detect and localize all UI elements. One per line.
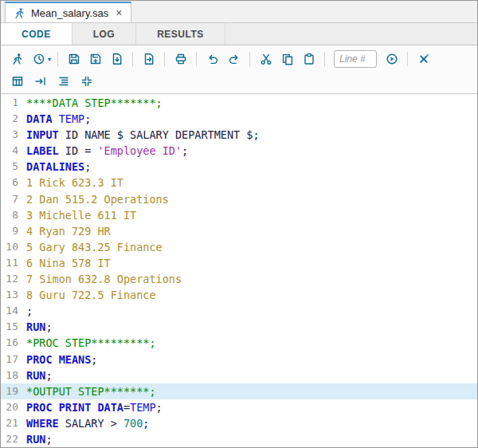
code-text: 6 Nina 578 IT xyxy=(22,255,111,271)
code-line[interactable]: 21WHERE SALARY > 700; xyxy=(1,415,477,431)
code-line[interactable]: 105 Gary 843.25 Finance xyxy=(1,239,477,255)
code-text: RUN; xyxy=(22,431,53,447)
code-line[interactable]: 3INPUT ID NAME $ SALARY DEPARTMENT $; xyxy=(1,127,477,143)
code-line[interactable]: 1****DATA STEP*******; xyxy=(1,95,477,111)
line-number: 13 xyxy=(1,287,22,303)
cut-icon[interactable] xyxy=(256,49,276,69)
tab-log[interactable]: LOG xyxy=(72,23,137,45)
code-line[interactable]: 15RUN; xyxy=(1,319,477,335)
line-number: 5 xyxy=(1,159,22,175)
line-number: 2 xyxy=(1,111,22,127)
export-icon[interactable] xyxy=(139,49,159,69)
line-number: 16 xyxy=(1,335,22,351)
code-line[interactable]: 116 Nina 578 IT xyxy=(1,255,477,271)
code-text: PROC PRINT DATA=TEMP; xyxy=(22,399,163,415)
run-icon[interactable] xyxy=(7,49,27,69)
code-text: RUN; xyxy=(22,367,53,383)
toolbar-separator xyxy=(324,52,325,66)
redo-icon[interactable] xyxy=(224,49,244,69)
document-tab-title: Mean_salary.sas xyxy=(31,7,108,19)
line-number: 17 xyxy=(1,352,22,367)
code-line[interactable]: 4LABEL ID = 'Employee ID'; xyxy=(1,143,477,159)
tab-code[interactable]: CODE xyxy=(1,23,72,45)
line-number: 9 xyxy=(1,223,22,239)
code-line[interactable]: 72 Dan 515.2 Operations xyxy=(1,191,477,207)
line-number: 12 xyxy=(1,271,22,287)
code-line[interactable]: 138 Guru 722.5 Finance xyxy=(1,287,477,303)
document-tab-bar: Mean_salary.sas × xyxy=(1,1,477,23)
line-number: 6 xyxy=(1,175,22,191)
code-text: 1 Rick 623.3 IT xyxy=(22,175,123,191)
line-number: 18 xyxy=(1,367,22,383)
caret-down-icon[interactable]: ▾ xyxy=(48,56,51,63)
toolbar-separator xyxy=(249,52,250,66)
code-line[interactable]: 94 Ryan 729 HR xyxy=(1,223,477,239)
line-number: 10 xyxy=(1,239,22,255)
code-line[interactable]: 17PROC MEANS; xyxy=(1,352,477,367)
code-text: 3 Michelle 611 IT xyxy=(22,207,136,223)
code-text: 4 Ryan 729 HR xyxy=(22,223,111,239)
close-icon[interactable]: × xyxy=(116,7,122,18)
code-text: RUN; xyxy=(22,319,53,335)
sas-editor-window: Mean_salary.sas × CODE LOG RESULTS ▾ 1**… xyxy=(0,0,478,448)
code-line[interactable]: 19*OUTPUT STEP*******; xyxy=(1,383,477,399)
code-text: ****DATA STEP*******; xyxy=(22,95,163,111)
code-line[interactable]: 5DATALINES; xyxy=(1,159,477,175)
print-icon[interactable] xyxy=(170,49,190,69)
document-tab[interactable]: Mean_salary.sas × xyxy=(5,2,131,22)
indent-icon[interactable] xyxy=(30,72,50,91)
code-text: LABEL ID = 'Employee ID'; xyxy=(22,143,188,159)
toolbar-separator xyxy=(407,52,408,66)
format-code-icon[interactable] xyxy=(53,72,73,91)
line-number: 21 xyxy=(1,415,22,431)
clear-code-icon[interactable] xyxy=(413,49,433,69)
code-text: 8 Guru 722.5 Finance xyxy=(22,287,156,303)
paste-icon[interactable] xyxy=(299,49,319,69)
code-line[interactable]: 18RUN; xyxy=(1,367,477,383)
toolbar-separator xyxy=(57,52,58,66)
line-number: 20 xyxy=(1,399,22,415)
code-line[interactable]: 14; xyxy=(1,303,477,319)
code-text: 2 Dan 515.2 Operations xyxy=(22,191,169,207)
collapse-icon[interactable] xyxy=(76,72,96,91)
editor-toolbar: ▾ xyxy=(1,45,477,94)
code-line[interactable]: 20PROC PRINT DATA=TEMP; xyxy=(1,399,477,415)
save-as-icon[interactable] xyxy=(85,49,105,69)
code-text: *PROC STEP*********; xyxy=(22,335,156,351)
line-number: 15 xyxy=(1,319,22,335)
code-editor[interactable]: 1****DATA STEP*******;2DATA TEMP;3INPUT … xyxy=(1,94,477,447)
table-columns-icon[interactable] xyxy=(7,72,27,91)
code-line[interactable]: 16*PROC STEP*********; xyxy=(1,335,477,351)
go-icon[interactable] xyxy=(382,49,402,69)
history-icon[interactable] xyxy=(29,49,49,69)
code-text: *OUTPUT STEP*******; xyxy=(22,383,156,399)
toolbar-separator xyxy=(164,52,165,66)
toolbar-separator xyxy=(132,52,133,66)
line-number: 1 xyxy=(1,95,22,111)
line-number: 3 xyxy=(1,127,22,143)
tab-results[interactable]: RESULTS xyxy=(136,23,225,45)
code-text: WHERE SALARY > 700; xyxy=(22,415,149,431)
save-icon[interactable] xyxy=(64,49,84,69)
download-icon[interactable] xyxy=(107,49,127,69)
toolbar-separator xyxy=(196,52,197,66)
code-text: PROC MEANS; xyxy=(22,352,97,367)
code-line[interactable]: 127 Simon 632.8 Operations xyxy=(1,271,477,287)
copy-icon[interactable] xyxy=(277,49,297,69)
code-line[interactable]: 22RUN; xyxy=(1,431,477,447)
line-number: 8 xyxy=(1,207,22,223)
line-number: 14 xyxy=(1,303,22,319)
goto-line-input[interactable] xyxy=(334,50,377,68)
code-line[interactable]: 61 Rick 623.3 IT xyxy=(1,175,477,191)
code-text: 5 Gary 843.25 Finance xyxy=(22,239,163,255)
view-tabstrip: CODE LOG RESULTS xyxy=(1,23,477,45)
line-number: 4 xyxy=(1,143,22,159)
code-text: 7 Simon 632.8 Operations xyxy=(22,271,182,287)
code-text: INPUT ID NAME $ SALARY DEPARTMENT $; xyxy=(22,127,260,143)
undo-icon[interactable] xyxy=(202,49,222,69)
sas-program-icon xyxy=(14,7,25,19)
code-line[interactable]: 83 Michelle 611 IT xyxy=(1,207,477,223)
toolbar-row-2 xyxy=(7,71,471,92)
line-number: 19 xyxy=(1,383,22,399)
code-line[interactable]: 2DATA TEMP; xyxy=(1,111,477,127)
